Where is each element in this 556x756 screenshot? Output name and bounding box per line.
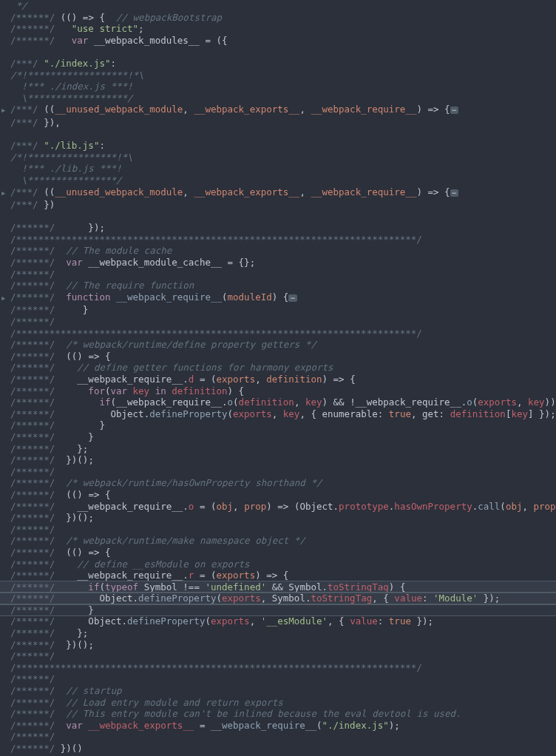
fold-marker[interactable]: ⋯	[288, 294, 296, 302]
code-line: /******/ Object.defineProperty(exports, …	[0, 615, 556, 627]
code-line: /******/ // Load entry module and return…	[0, 697, 556, 709]
code-line: /***/ "./index.js":	[0, 58, 556, 70]
fold-chevron-icon[interactable]: ▶	[1, 105, 5, 117]
code-line: /******/ Object.defineProperty(exports, …	[0, 408, 556, 420]
fold-marker[interactable]: ⋯	[450, 107, 458, 114]
blank-line	[0, 211, 556, 223]
code-line: /******/	[0, 731, 556, 743]
code-line: /******/ })();	[0, 639, 556, 651]
code-line: /******/ // The module cache	[0, 245, 556, 257]
code-line: /******/ }	[0, 431, 556, 443]
code-line: ▶/***/ ((__unused_webpack_module, __webp…	[0, 186, 556, 200]
code-line: /******/ /* webpack/runtime/hasOwnProper…	[0, 477, 556, 489]
code-line: /******/ }	[0, 304, 556, 316]
code-line: /******/	[0, 673, 556, 685]
blank-line	[0, 129, 556, 141]
code-line: /******/ // The require function	[0, 280, 556, 291]
code-line: /***************************************…	[0, 328, 556, 340]
code-line: /******/ // This entry module can't be i…	[0, 708, 556, 720]
code-line: /******/ (() => {	[0, 351, 556, 362]
fold-chevron-icon[interactable]: ▶	[1, 293, 5, 305]
code-line: /***************************************…	[0, 662, 556, 674]
code-line: /******/ // define __esModule on exports	[0, 558, 556, 570]
code-line: /*!******************!*\	[0, 70, 556, 81]
code-line: !*** ./lib.js ***!	[0, 163, 556, 175]
code-line: /******/	[0, 316, 556, 328]
code-line: /******/ var __webpack_module_cache__ = …	[0, 257, 556, 269]
code-line: /******/ if(__webpack_require__.o(defini…	[0, 396, 556, 408]
code-line: /******/ (() => {	[0, 489, 556, 501]
code-line: \******************/	[0, 92, 556, 104]
code-line: ▶/******/ function __webpack_require__(m…	[0, 291, 556, 305]
code-line: \****************/	[0, 175, 556, 186]
code-line: /***/ })	[0, 199, 556, 211]
code-line: /******/ var __webpack_modules__ = ({	[0, 35, 556, 47]
code-line: /******/	[0, 524, 556, 536]
code-line: /******/ (() => {	[0, 547, 556, 558]
blank-line	[0, 46, 556, 58]
code-line: /******/ });	[0, 222, 556, 234]
code-line: /******/ })()	[0, 743, 556, 755]
code-line: /******/ for(var key in definition) {	[0, 385, 556, 397]
code-line: /******/ };	[0, 627, 556, 639]
code-line-highlighted: /******/ }	[0, 604, 556, 616]
code-line: /******/ }	[0, 419, 556, 431]
fold-marker[interactable]: ⋯	[450, 189, 458, 197]
code-line: /******/ "use strict";	[0, 23, 556, 35]
code-line: /******/ __webpack_require__.o = (obj, p…	[0, 501, 556, 513]
code-line: /******/ };	[0, 443, 556, 455]
code-line: /******/ })();	[0, 512, 556, 524]
code-line: !*** ./index.js ***!	[0, 81, 556, 92]
code-line: /******/ __webpack_require__.d = (export…	[0, 374, 556, 385]
code-line: /******/ })();	[0, 454, 556, 466]
code-line: /******/ var __webpack_exports__ = __web…	[0, 720, 556, 732]
code-line: */	[0, 0, 556, 12]
code-line: /******/	[0, 466, 556, 478]
code-line: /******/ /* webpack/runtime/define prope…	[0, 339, 556, 351]
code-line: /*!****************!*\	[0, 152, 556, 163]
code-line: /***************************************…	[0, 234, 556, 246]
code-line-highlighted: /******/ Object.defineProperty(exports, …	[0, 593, 556, 604]
code-line: /******/ (() => { // webpackBootstrap	[0, 12, 556, 24]
code-line: /******/ /* webpack/runtime/make namespa…	[0, 535, 556, 547]
code-line: /***/ "./lib.js":	[0, 140, 556, 152]
code-line-highlighted: /******/ if(typeof Symbol !== 'undefined…	[0, 581, 556, 593]
code-line: /******/ // define getter functions for …	[0, 362, 556, 374]
code-line: ▶/***/ ((__unused_webpack_module, __webp…	[0, 104, 556, 117]
comment-text: */	[10, 0, 27, 11]
code-line: /******/ // startup	[0, 685, 556, 697]
fold-chevron-icon[interactable]: ▶	[1, 188, 5, 200]
code-line: /***/ }),	[0, 117, 556, 129]
code-line: /******/	[0, 269, 556, 280]
code-line: /******/ __webpack_require__.r = (export…	[0, 570, 556, 581]
code-editor[interactable]: */ /******/ (() => { // webpackBootstrap…	[0, 0, 556, 755]
code-line: /******/	[0, 650, 556, 662]
